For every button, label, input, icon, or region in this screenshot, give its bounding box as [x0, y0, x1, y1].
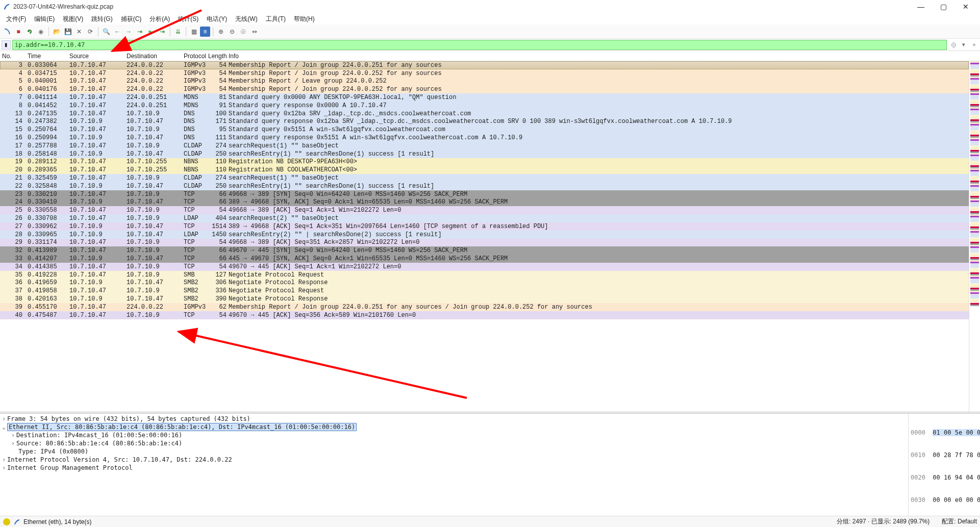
packet-row[interactable]: 80.04145210.7.10.47224.0.0.251MDNS91Stan… — [0, 102, 969, 110]
packet-row[interactable]: 210.32545910.7.10.4710.7.10.9CLDAP274sea… — [0, 174, 969, 182]
tree-ethernet[interactable]: Ethernet II, Src: 80:86:5b:ab:1e:c4 (80:… — [7, 423, 357, 431]
col-info[interactable]: Info — [229, 53, 980, 60]
packet-row[interactable]: 180.25814810.7.10.910.7.10.47CLDAP250sea… — [0, 150, 969, 158]
col-no[interactable]: No. — [2, 53, 28, 60]
packet-row[interactable]: 220.32584810.7.10.910.7.10.47CLDAP250sea… — [0, 182, 969, 190]
packet-row[interactable]: 370.41985810.7.10.4710.7.10.9SMB2336Nego… — [0, 287, 969, 295]
packet-row[interactable]: 270.33096210.7.10.910.7.10.47TCP1514389 … — [0, 222, 969, 231]
packet-list-header[interactable]: No. Time Source Destination Protocol Len… — [0, 51, 980, 61]
tree-eth-type[interactable]: Type: IPv4 (0x0800) — [18, 448, 88, 455]
tree-igmp[interactable]: Internet Group Management Protocol — [7, 464, 133, 471]
packet-row[interactable]: 230.33021010.7.10.4710.7.10.9TCP6649668 … — [0, 190, 969, 198]
packet-row[interactable]: 340.41438510.7.10.4710.7.10.9TCP5449670 … — [0, 263, 969, 271]
packet-row[interactable]: 280.33096510.7.10.910.7.10.47LDAP1450sea… — [0, 231, 969, 239]
menu-edit[interactable]: 编辑(E) — [30, 14, 59, 24]
packet-row[interactable]: 400.47548710.7.10.4710.7.10.9TCP5449670 … — [0, 311, 969, 319]
apply-filter-icon[interactable]: ▾ — [959, 40, 968, 49]
go-forward-icon[interactable]: → — [123, 27, 134, 37]
menu-go[interactable]: 跳转(G) — [87, 14, 116, 24]
clear-filter-icon[interactable]: ⮾ — [949, 40, 958, 49]
packet-row[interactable]: 320.41398910.7.10.4710.7.10.9TCP6649670 … — [0, 246, 969, 255]
packet-row[interactable]: 30.03306410.7.10.47224.0.0.22IGMPv354Mem… — [0, 61, 969, 69]
close-button[interactable]: ✕ — [954, 0, 977, 13]
tree-frame[interactable]: Frame 3: 54 bytes on wire (432 bits), 54… — [7, 415, 250, 422]
packet-row[interactable]: 170.25778810.7.10.4710.7.10.9CLDAP274sea… — [0, 142, 969, 150]
minimize-button[interactable]: — — [910, 0, 932, 13]
menu-analyze[interactable]: 分析(A) — [145, 14, 174, 24]
col-dst[interactable]: Destination — [127, 53, 184, 60]
colorize-icon[interactable]: ▦ — [189, 27, 199, 37]
packet-row[interactable]: 260.33070810.7.10.4710.7.10.9LDAP404sear… — [0, 214, 969, 222]
packet-row[interactable]: 290.33117410.7.10.4710.7.10.9TCP5449668 … — [0, 239, 969, 247]
menu-telephony[interactable]: 电话(Y) — [203, 14, 231, 24]
zoom-in-icon[interactable]: ⊕ — [216, 27, 226, 37]
filter-bar: ▮ ⮾ ▾ ＋ — [0, 39, 980, 51]
packet-row[interactable]: 240.33041010.7.10.910.7.10.47TCP66389 → … — [0, 198, 969, 207]
tree-ip[interactable]: Internet Protocol Version 4, Src: 10.7.1… — [7, 456, 232, 463]
menu-tools[interactable]: 工具(T) — [262, 14, 290, 24]
display-filter-input[interactable] — [12, 40, 947, 50]
col-len[interactable]: Length — [208, 53, 229, 60]
tree-eth-dst[interactable]: Destination: IPv4mcast_16 (01:00:5e:00:0… — [16, 432, 182, 439]
auto-scroll-icon[interactable]: ⇊ — [173, 27, 183, 37]
go-back-icon[interactable]: ← — [112, 27, 122, 37]
reload-icon[interactable]: ⟳ — [85, 27, 95, 37]
close-file-icon[interactable]: ✕ — [74, 27, 84, 37]
go-last-icon[interactable]: ⇥ — [157, 27, 167, 37]
col-time[interactable]: Time — [28, 53, 69, 60]
packet-row[interactable]: 130.24713510.7.10.4710.7.10.9DNS100Stand… — [0, 110, 969, 118]
menu-help[interactable]: 帮助(H) — [290, 14, 319, 24]
packet-list[interactable]: 30.03306410.7.10.47224.0.0.22IGMPv354Mem… — [0, 61, 969, 412]
packet-row[interactable]: 140.24738210.7.10.910.7.10.47DNS171Stand… — [0, 118, 969, 126]
status-left: Ethernet (eth), 14 byte(s) — [23, 518, 91, 525]
menu-stats[interactable]: 统计(S) — [174, 14, 203, 24]
packet-row[interactable]: 60.04017610.7.10.47224.0.0.22IGMPv354Mem… — [0, 85, 969, 93]
packet-row[interactable]: 160.25099410.7.10.910.7.10.47DNS111Stand… — [0, 134, 969, 142]
packet-row[interactable]: 350.41922810.7.10.4710.7.10.9SMB127Negot… — [0, 271, 969, 279]
restart-capture-icon[interactable] — [24, 27, 35, 37]
capture-options-icon[interactable]: ◉ — [36, 27, 46, 37]
start-capture-icon[interactable] — [2, 27, 12, 37]
maximize-button[interactable]: ▢ — [932, 0, 954, 13]
packet-row[interactable]: 330.41420710.7.10.910.7.10.47TCP66445 → … — [0, 255, 969, 263]
stop-capture-icon[interactable]: ■ — [13, 27, 23, 37]
go-to-packet-icon[interactable]: ⇥ — [135, 27, 145, 37]
statusbar: Ethernet (eth), 14 byte(s) 分组: 2497 · 已显… — [0, 516, 980, 527]
expert-info-icon[interactable] — [3, 518, 10, 525]
packet-minimap[interactable] — [969, 61, 980, 412]
packet-row[interactable]: 50.04000110.7.10.47224.0.0.22IGMPv354Mem… — [0, 78, 969, 86]
packet-row[interactable]: 390.45517010.7.10.47224.0.0.22IGMPv362Me… — [0, 303, 969, 311]
packet-row[interactable]: 380.42016310.7.10.910.7.10.47SMB2390Nego… — [0, 295, 969, 303]
tree-eth-src[interactable]: Source: 80:86:5b:ab:1e:c4 (80:86:5b:ab:1… — [16, 440, 182, 447]
menubar: 文件(F) 编辑(E) 视图(V) 跳转(G) 捕获(C) 分析(A) 统计(S… — [0, 13, 980, 24]
menu-file[interactable]: 文件(F) — [2, 14, 30, 24]
status-packets: 分组: 2497 · 已显示: 2489 (99.7%) — [837, 517, 929, 526]
packet-bytes-pane[interactable]: 0000 01 00 5e 00 00 0010 00 28 7f 78 00 … — [909, 414, 980, 516]
col-proto[interactable]: Protocol — [184, 53, 208, 60]
packet-row[interactable]: 250.33055810.7.10.4710.7.10.9TCP5449668 … — [0, 206, 969, 214]
col-src[interactable]: Source — [69, 53, 127, 60]
find-packet-icon[interactable]: 🔍 — [101, 27, 111, 37]
open-file-icon[interactable]: 📂 — [52, 27, 62, 37]
packet-row[interactable]: 190.28911210.7.10.4710.7.10.255NBNS110Re… — [0, 158, 969, 166]
go-first-icon[interactable]: ⇤ — [146, 27, 156, 37]
menu-wireless[interactable]: 无线(W) — [231, 14, 261, 24]
packet-details-tree[interactable]: ›Frame 3: 54 bytes on wire (432 bits), 5… — [0, 414, 909, 516]
zoom-out-icon[interactable]: ⊖ — [227, 27, 237, 37]
wireshark-icon — [3, 3, 10, 10]
bookmark-filter-icon[interactable]: ▮ — [2, 40, 11, 49]
packet-row[interactable]: 360.41965910.7.10.910.7.10.47SMB2306Nego… — [0, 279, 969, 287]
packet-row[interactable]: 70.04111410.7.10.47224.0.0.251MDNS81Stan… — [0, 93, 969, 102]
packet-row[interactable]: 40.03471510.7.10.47224.0.0.22IGMPv354Mem… — [0, 69, 969, 78]
packet-row[interactable]: 200.28936510.7.10.4710.7.10.255NBNS110Re… — [0, 166, 969, 174]
menu-view[interactable]: 视图(V) — [59, 14, 87, 24]
status-profile[interactable]: 配置: Default — [942, 517, 977, 526]
packet-row[interactable]: 150.25076410.7.10.4710.7.10.9DNS95Standa… — [0, 126, 969, 134]
menu-capture[interactable]: 捕获(C) — [117, 14, 146, 24]
titlebar: 2023-07-Unit42-Wireshark-quiz.pcap — ▢ ✕ — [0, 0, 980, 13]
resize-all-columns-icon[interactable]: ⇔ — [249, 27, 260, 37]
resize-columns-icon[interactable]: ≡ — [200, 27, 210, 37]
filter-add-icon[interactable]: ＋ — [969, 40, 978, 49]
save-file-icon[interactable]: 💾 — [63, 27, 73, 37]
zoom-reset-icon[interactable]: ⦾ — [238, 27, 248, 37]
